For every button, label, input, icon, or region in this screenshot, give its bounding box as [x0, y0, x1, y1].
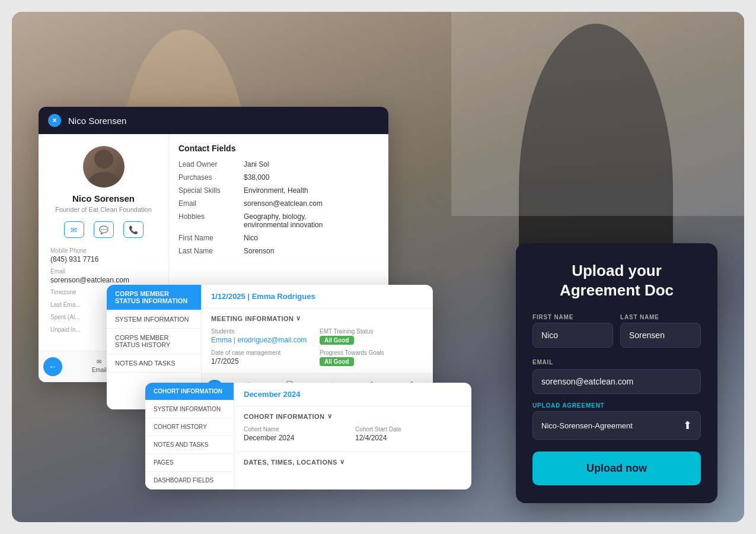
avatar [83, 146, 125, 187]
nav-corps-member-status[interactable]: CORPS MEMBER STATUS INFORMATION [107, 285, 201, 310]
progress-cell: Progress Towards Goals All Good [320, 349, 423, 366]
upload-agreement-label: UPLOAD AGREEMENT [532, 402, 701, 409]
email-action-button[interactable]: ✉ [64, 221, 84, 238]
field-purchases: Purchases $38,000 [178, 173, 379, 182]
nav-cohort-information[interactable]: COHORT INFORMATION [145, 383, 234, 401]
email-label: Email [50, 268, 157, 275]
emt-status-badge: All Good [320, 336, 354, 345]
first-name-label: FIRST NAME [532, 314, 613, 320]
cohort-fields: Cohort Name December 2024 Cohort Start D… [234, 424, 471, 449]
first-name-group: FIRST NAME [532, 314, 613, 348]
mobile-phone-value: (845) 931 7716 [50, 255, 157, 263]
upload-now-button[interactable]: Upload now [532, 452, 701, 485]
email-icon: ✉ [97, 358, 101, 365]
email-row: Email sorenson@eatclean.com [50, 268, 157, 284]
field-first-name: First Name Nico [178, 234, 379, 242]
field-last-name: Last Name Sorenson [178, 247, 379, 255]
cohort-panel: COHORT INFORMATION SYSTEM INFORMATION CO… [145, 383, 471, 490]
meeting-section-title: MEETING INFORMATION ∨ [202, 309, 433, 326]
field-special-skills: Special Skills Environment, Health [178, 186, 379, 195]
email-label: EMAIL [532, 359, 553, 365]
cohort-header-date: December 2024 [244, 390, 300, 399]
email-group: EMAIL [532, 356, 701, 394]
upload-group: UPLOAD AGREEMENT ⬆ [532, 402, 701, 440]
meeting-header-date: 1/12/2025 | Emma Rodrigues [211, 292, 315, 301]
emt-training-cell: EMT Training Status All Good [320, 328, 423, 345]
nav-cohort-dashboard[interactable]: DASHBOARD FIELDS [145, 472, 234, 490]
mobile-phone-label: Mobile Phone [50, 247, 157, 254]
chevron-down-icon: ∨ [327, 412, 333, 420]
back-button[interactable]: ← [43, 357, 62, 376]
chevron-down-icon: ∨ [340, 458, 345, 466]
nav-notes-tasks[interactable]: NOTES AND TASKS [107, 354, 201, 373]
chevron-down-icon: ∨ [296, 314, 301, 322]
upload-filename-input[interactable] [533, 414, 675, 437]
nav-corps-member-history[interactable]: CORPS MEMBER STATUS HISTORY [107, 329, 201, 354]
last-name-label: LAST NAME [620, 314, 701, 320]
crm-header: × Nico Sorensen [39, 107, 388, 134]
contact-subtitle: Founder of Eat Clean Foundation [55, 206, 152, 213]
mobile-phone-row: Mobile Phone (845) 931 7716 [50, 247, 157, 263]
nav-system-info[interactable]: SYSTEM INFORMATION [107, 310, 201, 329]
cohort-header: December 2024 [234, 383, 471, 406]
window-light [451, 12, 744, 216]
field-hobbies: Hobbies Geography, biology,environmental… [178, 212, 379, 229]
field-email: Email sorenson@eatclean.com [178, 199, 379, 208]
upload-input-row: ⬆ [532, 411, 701, 440]
last-name-group: LAST NAME [620, 314, 701, 348]
students-link[interactable]: Emma | erodriguez@mail.com [211, 336, 307, 344]
upload-title: Upload your Agreement Doc [532, 261, 701, 300]
email-value: sorenson@eatclean.com [50, 276, 157, 284]
last-name-input[interactable] [620, 323, 701, 348]
crm-header-name: Nico Sorensen [68, 116, 126, 126]
upload-agreement-panel: Upload your Agreement Doc FIRST NAME LAS… [516, 243, 717, 503]
contact-actions: ✉ 💬 📞 [64, 221, 143, 238]
sms-action-button[interactable]: 💬 [94, 221, 114, 238]
upload-file-button[interactable]: ⬆ [675, 412, 700, 439]
students-cell: Students Emma | erodriguez@mail.com [211, 328, 315, 345]
progress-badge: All Good [320, 357, 354, 366]
field-lead-owner: Lead Owner Jani Sol [178, 160, 379, 169]
call-action-button[interactable]: 📞 [123, 221, 143, 238]
email-input[interactable] [532, 369, 701, 394]
date-cell: Date of case management 1/7/2025 [211, 349, 315, 366]
dates-section-title: DATES, TIMES, LOCATIONS ∨ [234, 452, 471, 469]
meeting-grid: Students Emma | erodriguez@mail.com EMT … [202, 326, 433, 373]
meeting-header: 1/12/2025 | Emma Rodrigues [202, 285, 433, 309]
close-button[interactable]: × [48, 114, 61, 127]
cohort-side-nav: COHORT INFORMATION SYSTEM INFORMATION CO… [145, 383, 234, 490]
nav-cohort-notes[interactable]: NOTES AND TASKS [145, 436, 234, 454]
nav-cohort-system-info[interactable]: SYSTEM INFORMATION [145, 401, 234, 418]
name-row: FIRST NAME LAST NAME [532, 314, 701, 348]
cohort-name-cell: Cohort Name December 2024 [244, 426, 350, 442]
cohort-start-cell: Cohort Start Date 12/4/2024 [355, 426, 462, 442]
first-name-input[interactable] [532, 323, 613, 348]
contact-name: Nico Sorensen [72, 193, 135, 204]
svg-point-0 [94, 150, 113, 169]
nav-cohort-pages[interactable]: PAGES [145, 454, 234, 472]
cohort-content: December 2024 COHORT INFORMATION ∨ Cohor… [234, 383, 471, 490]
cohort-section-title: COHORT INFORMATION ∨ [234, 406, 471, 424]
nav-cohort-history[interactable]: COHORT HISTORY [145, 418, 234, 436]
svg-point-1 [88, 172, 119, 187]
contact-fields-title: Contact Fields [178, 144, 379, 153]
